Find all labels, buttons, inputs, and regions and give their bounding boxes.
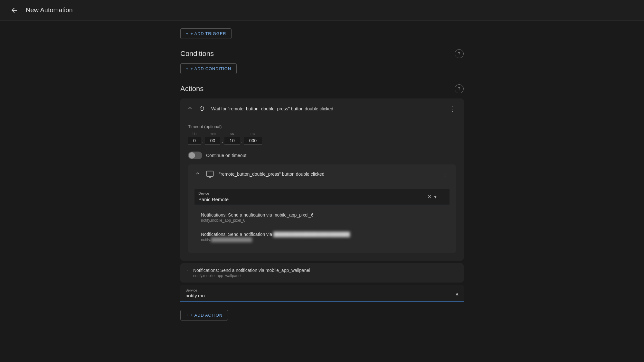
page-title: New Automation <box>26 6 73 14</box>
conditions-section: Conditions ? + + ADD CONDITION <box>180 49 464 74</box>
list-item-1-sub: notify.███████████████ <box>201 237 443 242</box>
plus-icon-action: + <box>186 313 188 318</box>
sep3: : <box>240 133 244 144</box>
service-field-inner: Service notify.mo <box>185 288 456 298</box>
device-value: Panic Remote <box>198 197 427 202</box>
add-action-section: + + ADD ACTION <box>180 310 464 320</box>
plus-icon-condition: + <box>186 66 188 71</box>
dot-bullet: · <box>187 268 188 273</box>
device-select-icons: ✕ ▾ <box>427 194 437 200</box>
device-label: Device <box>198 191 427 195</box>
sub-action-title: "remote_button_double_press" button doub… <box>219 172 437 177</box>
sub-action-icon <box>205 169 215 179</box>
hh-label: hh <box>193 132 196 135</box>
wait-action-card: ⏱ Wait for "remote_button_double_press" … <box>180 98 464 261</box>
svg-rect-0 <box>207 171 213 176</box>
service-dropdown[interactable]: Service notify.mo ▴ <box>180 285 464 302</box>
service-chevron-up-icon[interactable]: ▴ <box>456 290 459 297</box>
timeout-label: Timeout (optional) <box>188 124 456 129</box>
ss-group: ss <box>224 132 240 145</box>
hh-group: hh <box>188 132 201 145</box>
ms-label: ms <box>251 132 255 135</box>
list-item-1-blurred-title: ████████████████████████ <box>273 232 350 237</box>
clear-icon[interactable]: ✕ <box>427 194 431 200</box>
conditions-help-icon[interactable]: ? <box>455 49 464 58</box>
sub-more-icon[interactable]: ⋮ <box>440 169 450 179</box>
add-action-label: + ADD ACTION <box>190 313 223 318</box>
device-field-group: Device Panic Remote ✕ ▾ <box>194 189 450 205</box>
add-trigger-section: + + ADD TRIGGER <box>180 28 464 39</box>
actions-header: Actions ? <box>180 84 464 93</box>
list-item-0[interactable]: Notifications: Send a notification via m… <box>194 208 450 227</box>
actions-section: Actions ? ⏱ Wait for "remote_button_doub… <box>180 84 464 320</box>
chevron-down-icon[interactable]: ▾ <box>434 194 437 200</box>
continue-timeout-toggle[interactable] <box>188 152 202 159</box>
service-value: notify.mo <box>185 293 456 298</box>
sub-action-card: "remote_button_double_press" button doub… <box>188 164 456 253</box>
mm-input[interactable] <box>205 137 220 145</box>
add-trigger-button[interactable]: + + ADD TRIGGER <box>180 28 232 39</box>
mm-label: mm <box>210 132 215 135</box>
mm-group: mm <box>205 132 220 145</box>
plus-icon: + <box>186 31 188 36</box>
hh-input[interactable] <box>188 137 201 145</box>
notif-card-content: Notifications: Send a notification via m… <box>193 268 310 278</box>
notif-card-title: Notifications: Send a notification via m… <box>193 268 310 273</box>
add-condition-label: + ADD CONDITION <box>190 66 231 71</box>
wait-action-header[interactable]: ⏱ Wait for "remote_button_double_press" … <box>180 98 464 119</box>
sub-collapse-icon[interactable] <box>194 170 201 178</box>
list-item-1-title: Notifications: Send a notification via █… <box>201 232 443 237</box>
service-label: Service <box>185 288 456 292</box>
service-card: Service notify.mo ▴ <box>180 285 464 302</box>
sub-action-header[interactable]: "remote_button_double_press" button doub… <box>188 164 456 184</box>
conditions-header: Conditions ? <box>180 49 464 58</box>
ms-input[interactable] <box>244 137 262 145</box>
collapse-icon[interactable] <box>187 105 193 113</box>
toggle-knob <box>189 152 195 159</box>
main-content: + + ADD TRIGGER Conditions ? + + ADD CON… <box>64 28 580 320</box>
svg-rect-2 <box>209 177 211 178</box>
svg-rect-1 <box>208 176 212 177</box>
add-condition-button[interactable]: + + ADD CONDITION <box>180 63 237 74</box>
timeout-time-inputs: hh : mm : ss : ms <box>188 132 456 145</box>
list-item-0-sub: notify.mobile_app_pixel_6 <box>201 218 443 223</box>
ms-group: ms <box>244 132 262 145</box>
list-item-1[interactable]: Notifications: Send a notification via █… <box>194 227 450 246</box>
continue-timeout-label: Continue on timeout <box>206 153 246 158</box>
actions-title: Actions <box>180 85 204 93</box>
wait-action-title: Wait for "remote_button_double_press" bu… <box>211 106 444 111</box>
sep1: : <box>201 133 205 144</box>
header: New Automation <box>0 0 644 21</box>
add-action-button[interactable]: + + ADD ACTION <box>180 310 228 320</box>
ss-input[interactable] <box>224 137 240 145</box>
device-select[interactable]: Device Panic Remote ✕ ▾ <box>194 189 450 205</box>
conditions-title: Conditions <box>180 50 214 58</box>
notification-standalone-card[interactable]: · Notifications: Send a notification via… <box>180 263 464 283</box>
back-button[interactable] <box>8 4 21 17</box>
list-item-1-blurred-sub: ███████████████ <box>211 237 252 242</box>
ss-label: ss <box>230 132 234 135</box>
wait-action-body: Timeout (optional) hh : mm : ss <box>180 119 464 261</box>
sub-action-body: Device Panic Remote ✕ ▾ <box>188 189 456 253</box>
sep2: : <box>220 133 224 144</box>
notif-card-sub: notify.mobile_app_wallpanel <box>193 274 310 278</box>
list-item-0-title: Notifications: Send a notification via m… <box>201 212 443 218</box>
continue-timeout-row: Continue on timeout <box>188 152 456 159</box>
wait-more-icon[interactable]: ⋮ <box>448 104 457 114</box>
wait-icon: ⏱ <box>197 104 207 114</box>
actions-help-icon[interactable]: ? <box>455 84 464 93</box>
